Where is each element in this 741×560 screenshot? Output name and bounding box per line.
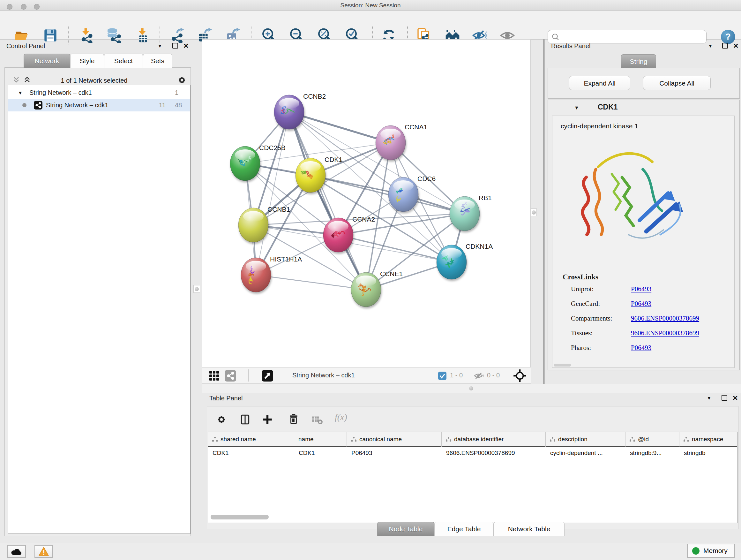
expand-all-button[interactable]: Expand All [569,76,630,90]
results-panel-divider[interactable] [543,39,545,384]
table-panel-splitter[interactable] [202,384,741,393]
network-node-ccna2[interactable]: CCNA2 [323,215,375,252]
search-input[interactable] [562,31,704,42]
crosslink-value-link[interactable]: P06493 [631,344,651,352]
column-header-database-identifier[interactable]: database identifier [442,432,546,447]
network-node-ccna1[interactable]: CCNA1 [376,123,427,160]
warning-button[interactable] [35,545,53,558]
crosslink-row: Compartments:9606.ENSP00000378699 [552,314,734,329]
add-column-icon[interactable] [261,414,273,426]
crosslink-value-link[interactable]: 9606.ENSP00000378699 [631,329,699,337]
network-options-gear-icon[interactable] [177,75,187,85]
table-panel-close-icon[interactable]: ✕ [732,395,738,401]
column-header-label: @id [638,436,649,443]
network-collection-label: String Network – cdk1 [29,89,92,97]
control-panel-menu-icon[interactable]: ▼ [158,44,162,49]
network-collection-row[interactable]: ▼ String Network – cdk1 1 [8,88,190,99]
control-panel-close-icon[interactable]: ✕ [183,43,189,49]
table-gear-icon[interactable] [215,414,227,426]
results-panel-float-icon[interactable] [722,43,728,49]
column-header-label: database identifier [454,436,503,443]
network-node-rb1[interactable]: RB1 [450,194,492,231]
view-grid-icon[interactable] [209,370,219,381]
tab-string[interactable]: String [621,54,656,68]
results-hscroll-thumb[interactable] [554,364,571,367]
table-hscroll-thumb[interactable] [211,515,269,519]
delete-column-icon[interactable] [287,414,300,426]
column-header-namespace[interactable]: namespace [679,432,740,447]
table-cell[interactable]: stringdb [679,447,740,459]
table-cell[interactable]: CDK1 [208,447,294,459]
tab-network[interactable]: Network [23,54,70,68]
column-type-icon [212,437,218,442]
export-network-icon[interactable] [170,28,185,43]
results-panel-menu-icon[interactable]: ▼ [708,44,713,49]
expand-all-chevron-icon[interactable] [12,76,21,84]
network-node-ccne1[interactable]: CCNE1 [351,270,403,307]
tab-node-table[interactable]: Node Table [377,522,434,536]
tab-style[interactable]: Style [70,54,104,68]
column-header-description[interactable]: description [546,432,625,447]
selected-checkbox-icon[interactable] [438,371,447,380]
column-type-icon [684,437,689,442]
column-header-shared-name[interactable]: shared name [208,432,294,447]
table-panel-menu-icon[interactable]: ▼ [707,395,711,401]
tree-expand-icon[interactable]: ▼ [18,90,23,96]
tab-sets[interactable]: Sets [143,54,172,68]
right-splitter-handle[interactable] [531,208,537,216]
selected-node-edge-counts: 1 - 0 [450,372,463,379]
network-node-cdkn1a[interactable]: CDKN1A [436,243,493,279]
left-splitter-handle[interactable] [193,285,200,293]
import-network-database-icon[interactable] [106,28,122,43]
view-network-icon[interactable] [225,370,236,381]
birds-eye-view-icon[interactable] [513,369,527,382]
control-panel-float-icon[interactable] [172,43,178,49]
collapse-all-chevron-icon[interactable] [23,76,31,84]
column-header-label: description [558,436,588,443]
column-header-name[interactable]: name [294,432,347,447]
tab-edge-table[interactable]: Edge Table [434,522,494,536]
network-tree: ▼ String Network – cdk1 1 String Network… [8,85,191,534]
collapse-all-button[interactable]: Collapse All [643,76,711,90]
table-cell[interactable]: 9606.ENSP00000378699 [442,447,546,459]
crosslink-value-link[interactable]: 9606.ENSP00000378699 [631,314,699,322]
warning-icon [38,547,49,556]
table-cell[interactable]: CDK1 [294,447,347,459]
cloud-button[interactable] [7,545,26,558]
column-header--id[interactable]: @id [625,432,679,447]
column-type-icon [550,437,555,442]
network-node-cdk1[interactable]: CDK1 [295,156,342,192]
network-selected-status: 1 of 1 Network selected [40,77,148,84]
crosslink-value-link[interactable]: P06493 [631,300,651,308]
network-node-cdc6[interactable]: CDC6 [388,175,435,212]
tab-select[interactable]: Select [104,54,143,68]
import-network-file-icon[interactable] [78,28,94,43]
string-network-graph[interactable]: CCNB2CCNA1CDC25BCDK1CDC6RB1CCNB1CCNA2CDK… [202,40,530,367]
crosslink-value-link[interactable]: P06493 [631,285,651,293]
network-row-selected[interactable]: String Network – cdk1 11 48 [8,99,190,111]
show-columns-icon[interactable] [239,414,251,426]
table-cell[interactable]: P06493 [347,447,442,459]
node-table: shared namenamecanonical namedatabase id… [208,432,738,523]
column-header-canonical-name[interactable]: canonical name [347,432,442,447]
crosslink-row: GeneCard:P06493 [552,300,734,314]
memory-button[interactable]: Memory [687,544,735,558]
save-session-icon[interactable] [43,28,58,43]
table-cell[interactable]: cyclin-dependent ... [546,447,625,459]
title-bar: Session: New Session [0,0,741,10]
network-type-icon [34,101,43,110]
network-canvas[interactable]: CCNB2CCNA1CDC25BCDK1CDC6RB1CCNB1CCNA2CDK… [202,39,531,367]
table-panel-float-icon[interactable] [722,395,727,401]
node-label: HIST1H1A [270,255,302,263]
network-node-ccnb2[interactable]: CCNB2 [274,92,326,129]
detach-view-icon[interactable] [262,370,273,381]
network-node-hist1h1a[interactable]: HIST1H1A [241,255,302,292]
memory-label: Memory [703,547,728,555]
import-table-icon[interactable] [135,28,150,43]
column-header-label: name [298,436,314,443]
table-cell[interactable]: stringdb:9... [625,447,679,459]
open-session-icon[interactable] [14,28,29,43]
cdk1-collapse-icon[interactable]: ▼ [574,105,579,111]
results-panel-close-icon[interactable]: ✕ [733,43,739,49]
tab-network-table[interactable]: Network Table [494,522,564,536]
